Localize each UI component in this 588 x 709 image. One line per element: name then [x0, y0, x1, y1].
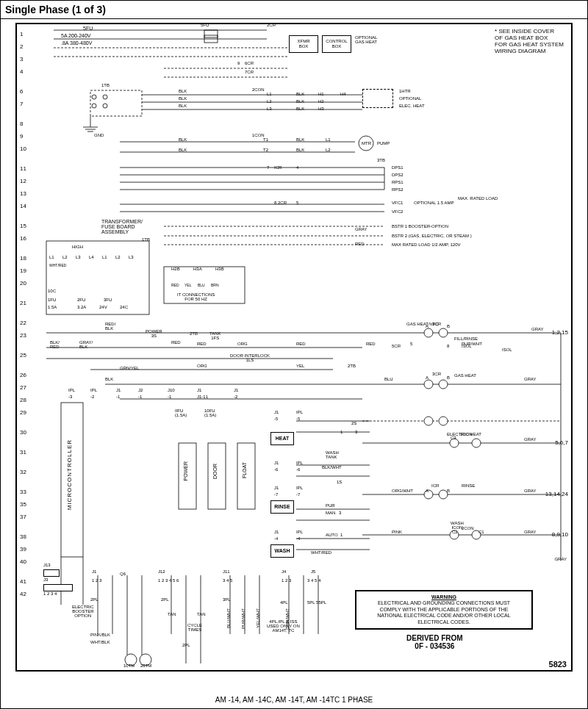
row-num: 23	[20, 329, 26, 342]
dps1: DPS1	[392, 165, 404, 170]
blk-t1: BLK	[179, 137, 187, 142]
j3-lbls: 1 2 3 4	[43, 591, 57, 596]
ref-13-14-24: 13,14,24	[545, 491, 568, 497]
heat-label: HEAT	[270, 432, 294, 445]
ipl-4: IPL	[296, 530, 303, 534]
fu2: 2FU	[77, 298, 85, 302]
t1: T1	[263, 137, 268, 142]
cr2: 2CR	[267, 23, 276, 27]
blk-t2: BLK	[179, 148, 187, 152]
row-num: 28	[20, 394, 26, 406]
row-num: 40	[20, 555, 26, 568]
row-num: 30	[20, 426, 26, 439]
gas-heat: GAS HEAT	[454, 373, 476, 378]
mtr: MTR	[362, 141, 371, 145]
page: Single Phase (1 of 3)	[0, 0, 588, 709]
isol2: ISOL	[502, 348, 512, 352]
j12-btm: J12	[158, 569, 165, 574]
j4-lbls: 1 2 3	[282, 578, 291, 583]
row-num: 38	[20, 530, 26, 543]
conn-j13	[43, 569, 60, 577]
blu-a: BLU	[198, 283, 205, 287]
heater-resistor	[362, 89, 393, 108]
max-load: MAX. RATED LOAD	[458, 196, 498, 201]
ihtr: 1HTR	[399, 89, 411, 93]
svg-point-71	[424, 380, 433, 389]
blk-l1: BLK	[296, 137, 304, 142]
svg-rect-26	[46, 241, 149, 314]
j1-lbls: 1 2 3	[92, 578, 101, 583]
blk-wht: BLK/WHT	[322, 465, 342, 469]
rps1: RPS1	[392, 180, 404, 184]
row-num: 42	[20, 588, 26, 600]
amp-label-2: .8A 380-480V	[61, 40, 92, 46]
row-num: 22	[20, 317, 26, 329]
derived-line1: DERIVED FROM	[406, 634, 463, 642]
row-num: 1	[20, 28, 26, 40]
wire-blk-1: BLK	[179, 89, 187, 93]
transformer-label: TRANSFORMER/ FUSE BOARD ASSEMBLY	[101, 219, 143, 234]
svg-point-74	[439, 417, 448, 425]
j2-a: J2	[138, 388, 143, 392]
gray-end: GRAY	[554, 557, 567, 561]
whtred2: WHT/RED	[311, 550, 331, 555]
pl5-55: 5PL 55PL	[307, 600, 326, 605]
diagram-frame: 1 2 3 4 6 7 8 9 10 11 12 13 14 15 16	[15, 23, 573, 672]
row-num: 13	[20, 187, 26, 200]
c2: C2	[452, 530, 458, 534]
isol: ISOL	[462, 344, 472, 348]
brn-a: BRN	[211, 283, 219, 287]
float-sw: FLOAT	[242, 462, 247, 478]
purwht-b: PUR/WHT	[241, 608, 245, 629]
org1: ORG	[237, 342, 248, 346]
blk-l2: BLK	[296, 148, 304, 152]
high: HIGH	[72, 245, 83, 249]
red3: RED	[296, 342, 306, 346]
j1-b: J1	[197, 388, 201, 392]
h3a: H3A	[193, 267, 202, 271]
page-title: Single Phase (1 of 3)	[1, 1, 587, 19]
amp-label-1: 5A 200-240V	[61, 33, 90, 38]
warning-body: ELECTRICAL AND GROUNDING CONNECTIONS MUS…	[359, 600, 528, 625]
pl3: 3PL	[223, 597, 231, 602]
h2b: H2B	[171, 267, 180, 271]
red-w: RED	[355, 242, 365, 246]
j4-btm: J4	[282, 569, 286, 574]
a: A	[426, 324, 429, 328]
tb2b: 2TB	[348, 364, 356, 368]
fu1: 1FU	[48, 298, 56, 302]
svg-point-73	[424, 417, 433, 425]
power3s: POWER 3S	[146, 329, 162, 338]
red-a: RED	[171, 283, 179, 287]
wash-label: WASH	[270, 544, 294, 558]
row-num: 25	[20, 349, 26, 361]
wire-blk-2: BLK	[179, 96, 187, 101]
orgwht: ORG/WHT	[392, 489, 413, 493]
svg-point-85	[103, 104, 107, 108]
row-num: 19	[20, 264, 26, 277]
blk-h3: BLK	[296, 107, 304, 111]
fu5-2: 5FU	[201, 23, 209, 27]
cr3: 3CR	[432, 372, 441, 376]
row-num: 35	[20, 498, 26, 511]
con1b: 1CON	[460, 432, 473, 436]
red4: RED	[366, 342, 376, 346]
j5-btm: J5	[311, 569, 315, 574]
b2: B	[447, 375, 450, 380]
row-num: 3	[20, 53, 26, 65]
tm20: 20TM	[140, 663, 151, 668]
b3: B	[447, 489, 450, 493]
pink: PINK	[392, 530, 402, 534]
l2b: L2	[326, 148, 331, 152]
row-num: 14	[20, 200, 26, 212]
vfc2: VFC2	[392, 209, 403, 214]
schematic-wires	[17, 24, 576, 671]
h2: H2	[318, 99, 324, 104]
pl2-c: 2PL	[182, 643, 190, 647]
xfmr-box: XFMR BOX	[289, 35, 318, 53]
gray5: GRAY	[524, 530, 537, 534]
row-num: 16	[20, 232, 26, 245]
door-interlock: DOOR INTERLOCK 1LS	[230, 353, 270, 362]
svg-point-83	[103, 95, 107, 99]
row-num: 39	[20, 543, 26, 555]
